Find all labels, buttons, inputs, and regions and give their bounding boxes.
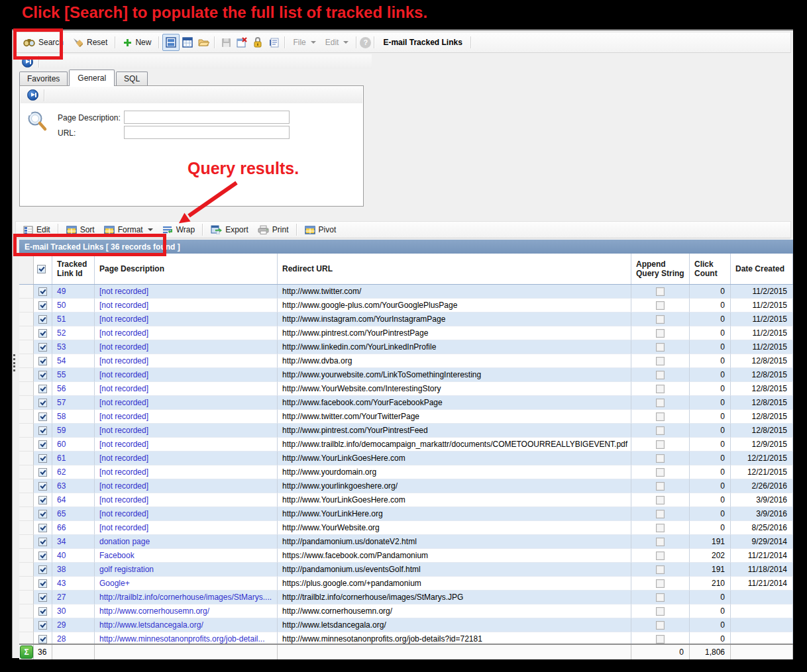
tracked-link-id[interactable]: 61 [57, 454, 66, 463]
tracked-link-id[interactable]: 55 [57, 370, 66, 379]
row-selector[interactable] [19, 563, 34, 577]
header-select-all[interactable] [34, 254, 52, 284]
column-header-tracked-link-id[interactable]: Tracked Link Id [52, 254, 95, 284]
table-row[interactable]: 62 [not recorded] http://www.yourdomain.… [19, 465, 793, 479]
row-checkbox[interactable] [38, 496, 47, 504]
tracked-link-id[interactable]: 66 [57, 523, 66, 532]
page-description-input[interactable] [124, 111, 290, 124]
row-checkbox[interactable] [38, 621, 47, 630]
page-description-link[interactable]: [not recorded] [99, 384, 148, 393]
pivot-button[interactable]: Pivot [300, 223, 341, 236]
notes-button[interactable] [266, 34, 282, 50]
row-selector[interactable] [19, 632, 34, 644]
table-row[interactable]: 27 http://trailblz.info/cornerhouse/imag… [19, 591, 793, 604]
row-selector[interactable] [19, 424, 34, 438]
row-checkbox[interactable] [38, 593, 47, 602]
row-checkbox[interactable] [38, 579, 47, 588]
reset-button[interactable]: Reset [68, 36, 112, 49]
page-description-link[interactable]: [not recorded] [99, 370, 148, 379]
tracked-link-id[interactable]: 56 [57, 384, 66, 393]
table-row[interactable]: 56 [not recorded] http://www.YourWebsite… [19, 382, 793, 396]
append-query-checkbox[interactable] [656, 524, 665, 532]
table-row[interactable]: 52 [not recorded] http://www.pintrest.co… [19, 326, 793, 340]
table-row[interactable]: 40 Facebook https://www.facebook.com/Pan… [19, 549, 793, 563]
column-header-date-created[interactable]: Date Created [731, 254, 793, 284]
file-menu[interactable]: File [288, 36, 320, 49]
append-query-checkbox[interactable] [656, 593, 665, 602]
tracked-link-id[interactable]: 51 [57, 314, 66, 324]
append-query-checkbox[interactable] [656, 301, 665, 310]
page-description-link[interactable]: http://www.cornerhousemn.org/ [99, 606, 209, 616]
row-checkbox[interactable] [38, 315, 47, 324]
page-description-link[interactable]: http://www.letsdancegala.org/ [99, 620, 203, 630]
page-description-link[interactable]: [not recorded] [99, 301, 148, 310]
row-checkbox[interactable] [38, 552, 47, 560]
splitter-handle[interactable] [13, 354, 16, 371]
row-selector[interactable] [19, 618, 34, 632]
page-description-link[interactable]: [not recorded] [99, 440, 148, 449]
tracked-link-id[interactable]: 54 [57, 356, 66, 365]
print-button[interactable]: Print [253, 223, 294, 236]
page-description-link[interactable]: golf registration [99, 565, 154, 574]
row-selector[interactable] [19, 368, 34, 382]
table-row[interactable]: 50 [not recorded] http://www.google-plus… [19, 299, 793, 312]
tracked-link-id[interactable]: 28 [57, 634, 66, 644]
run-query-icon[interactable] [27, 89, 38, 101]
tracked-link-id[interactable]: 64 [57, 495, 66, 504]
row-selector[interactable] [19, 354, 34, 368]
append-query-checkbox[interactable] [656, 538, 665, 546]
row-selector[interactable] [19, 285, 34, 299]
table-row[interactable]: 58 [not recorded] http://www.twitter.com… [19, 410, 793, 424]
column-header-click-count[interactable]: Click Count [690, 254, 731, 284]
row-checkbox[interactable] [38, 482, 47, 491]
append-query-checkbox[interactable] [656, 468, 665, 477]
table-row[interactable]: 66 [not recorded] http://www.YourWebsite… [19, 521, 793, 535]
row-checkbox[interactable] [38, 357, 47, 365]
row-selector[interactable] [19, 507, 34, 521]
table-row[interactable]: 61 [not recorded] http://www.YourLinkGoe… [19, 452, 793, 465]
append-query-checkbox[interactable] [656, 287, 665, 296]
page-description-link[interactable]: http://trailblz.info/cornerhouse/images/… [99, 593, 272, 602]
row-selector[interactable] [19, 410, 34, 424]
row-selector[interactable] [19, 340, 34, 354]
row-selector[interactable] [19, 604, 34, 618]
table-row[interactable]: 34 donation page http://pandamonium.us/d… [19, 535, 793, 549]
tracked-link-id[interactable]: 27 [57, 593, 66, 602]
tracked-link-id[interactable]: 63 [57, 481, 66, 491]
row-checkbox[interactable] [38, 440, 47, 449]
page-description-link[interactable]: [not recorded] [99, 523, 148, 532]
grid-view-button[interactable] [180, 34, 195, 50]
tracked-link-id[interactable]: 50 [57, 301, 66, 310]
append-query-checkbox[interactable] [656, 607, 665, 616]
row-selector[interactable] [19, 521, 34, 535]
append-query-checkbox[interactable] [656, 399, 665, 407]
append-query-checkbox[interactable] [656, 482, 665, 491]
table-row[interactable]: 57 [not recorded] http://www.facebook.co… [19, 396, 793, 410]
row-checkbox[interactable] [38, 412, 47, 421]
split-view-button[interactable] [162, 34, 180, 51]
page-description-link[interactable]: [not recorded] [99, 412, 148, 421]
tracked-link-id[interactable]: 34 [57, 537, 66, 546]
tracked-link-id[interactable]: 49 [57, 287, 66, 296]
url-input[interactable] [124, 126, 290, 139]
tracked-link-id[interactable]: 60 [57, 440, 66, 449]
row-checkbox[interactable] [38, 301, 47, 310]
row-selector[interactable] [19, 396, 34, 410]
page-description-link[interactable]: donation page [99, 537, 150, 546]
table-row[interactable]: 59 [not recorded] http://www.pintrest.co… [19, 424, 793, 438]
append-query-checkbox[interactable] [656, 454, 665, 463]
edit-menu[interactable]: Edit [321, 36, 354, 49]
row-checkbox[interactable] [38, 371, 47, 379]
table-row[interactable]: 60 [not recorded] http://www.trailblz.in… [19, 438, 793, 452]
save-button[interactable] [218, 34, 234, 50]
column-header-redirect-url[interactable]: Redirect URL [278, 254, 631, 284]
row-selector[interactable] [19, 549, 34, 563]
row-selector[interactable] [19, 577, 34, 591]
table-row[interactable]: 38 golf registration http://pandamonium.… [19, 563, 793, 577]
row-checkbox[interactable] [38, 454, 47, 463]
page-description-link[interactable]: [not recorded] [99, 509, 148, 518]
append-query-checkbox[interactable] [656, 426, 665, 435]
append-query-checkbox[interactable] [656, 621, 665, 630]
tracked-link-id[interactable]: 62 [57, 467, 66, 477]
row-selector[interactable] [19, 438, 34, 452]
